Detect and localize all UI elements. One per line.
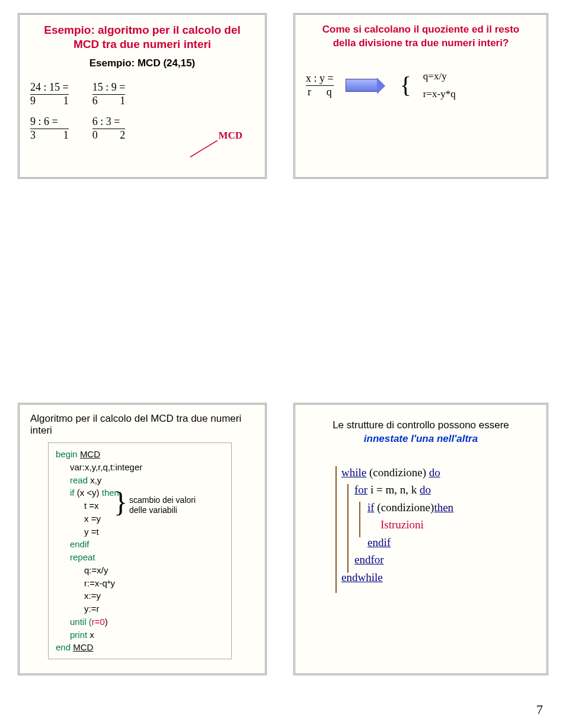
code-var: var:x,y,r,q,t:integer [56,461,224,474]
slide-2: Come si calcolano il quoziente ed il res… [293,13,548,179]
kw-do2: do [420,483,431,496]
nesting-bar-1 [335,466,337,593]
annot-l1: scambio dei valori [129,495,196,505]
slide1-title-l2: MCD tra due numeri interi [73,38,211,50]
div-top: 6 : 3 = [92,116,126,129]
xy-block: x : y = r q [306,72,334,98]
slide3-title: Algoritmo per il calcolo del MCD tra due… [30,413,254,437]
mcd-pointer-line [189,140,219,158]
slide2-title: Come si calcolano il quoziente ed il res… [306,23,536,50]
kw-if: if [367,501,375,514]
eq-q: q=x/y [423,70,456,82]
close-paren: ) [105,617,108,627]
svg-line-0 [190,140,218,157]
slide1-title-l1: Esempio: algoritmo per il calcolo del [44,24,241,36]
xy-r: r [308,86,311,98]
slide-4: Le strutture di controllo possono essere… [293,403,548,675]
nesting-bar-2 [347,484,349,573]
nesting-bar-3 [359,502,360,537]
div-r: 3 [30,129,36,142]
div-q: 1 [63,129,69,142]
eq-r: r=x-y*q [423,88,456,100]
kw-endwhile: endwhile [341,569,536,586]
if-cond: (condizione) [375,501,434,514]
kw-endif2: endif [341,534,536,551]
kw-end: end [56,642,73,652]
kw-read: read [70,475,88,485]
arrow-icon [346,79,378,92]
code-yt: y =t [56,525,224,538]
kw-then: then [434,501,453,514]
kw-for: for [354,483,367,496]
right-brace-icon: } [114,488,127,517]
kw-do: do [429,466,440,479]
annot-l2: delle variabili [129,505,177,515]
div-q: 2 [120,129,125,142]
slide4-title: Le strutture di controllo possono essere… [306,419,536,446]
div-r: 6 [92,95,98,107]
slide-1: Esempio: algoritmo per il calcolo del MC… [18,13,267,179]
while-cond: (condizione) [366,466,429,479]
kw-begin: begin [56,449,80,459]
code-xx: x:=y [56,589,224,602]
kw-repeat: repeat [56,551,224,564]
mcd-name: MCD [80,449,100,459]
slide2-title-l1: Come si calcolano il quoziente ed il res… [322,24,520,35]
div-top: 9 : 6 = [30,116,69,129]
mcd-name-end: MCD [73,642,93,652]
swap-annotation: scambio dei valori delle variabili [129,495,196,515]
slide4-title-l1: Le strutture di controllo possono essere [333,419,509,431]
div-r: 9 [30,95,36,107]
div-top: 24 : 15 = [30,81,69,95]
for-range: i = m, n, k [367,483,420,496]
xy-q: q [327,86,332,98]
kw-while: while [341,466,366,479]
slide1-divisions: 24 : 15 = 91 9 : 6 = 31 15 : 9 = 61 6 : … [30,81,254,142]
instructions: Istruzioni [341,516,536,533]
div-q: 1 [120,95,125,107]
slide-3: Algoritmo per il calcolo del MCD tra due… [18,403,267,675]
slide1-title: Esempio: algoritmo per il calcolo del MC… [30,23,254,52]
code-yy: y:=r [56,602,224,615]
code-box: begin MCD var:x,y,r,q,t:integer read x,y… [48,442,232,659]
brace-icon: { [400,76,411,95]
mcd-label: MCD [218,130,242,142]
div-r: 0 [92,129,98,142]
qr-block: q=x/y r=x-y*q [423,70,456,100]
code-q: q:=x/y [56,564,224,577]
slide4-code: while (condizione) do for i = m, n, k do… [306,464,536,586]
slide2-title-l2: della divisione tra due numeri interi? [333,37,509,49]
code-r: r:=x-q*y [56,577,224,590]
slide4-title-l2: innestate l'una nell'altra [364,433,478,444]
div-q: 1 [63,95,69,107]
kw-if: if [70,488,75,498]
kw-endfor: endfor [341,551,536,568]
xy-top: x : y = [306,72,334,86]
page-number: 7 [536,702,543,717]
kw-endif: endif [56,538,224,551]
kw-until: until ( [70,617,92,627]
slide1-subtitle: Esempio: MCD (24,15) [30,57,254,69]
kw-print: print [70,630,87,640]
slide2-row: x : y = r q { q=x/y r=x-y*q [306,70,536,100]
cond-r0: r=0 [92,617,105,627]
div-top: 15 : 9 = [92,81,126,95]
